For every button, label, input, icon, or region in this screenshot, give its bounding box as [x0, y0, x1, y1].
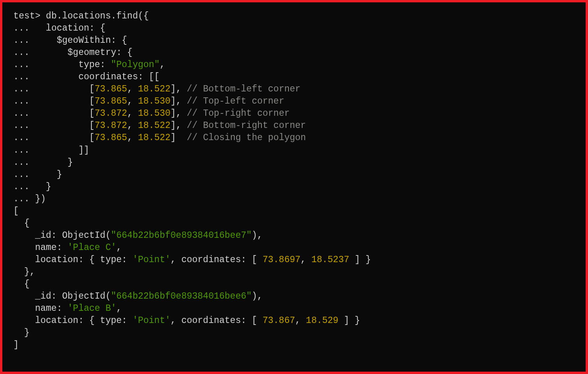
coord-indent: [ [29, 133, 95, 143]
continuation-dots: ... [13, 170, 29, 180]
latitude: 18.529 [306, 316, 338, 326]
terminal-output[interactable]: test> db.locations.find({ ... location: … [13, 10, 575, 351]
result-close: }, [13, 267, 35, 277]
string-literal: "Polygon" [111, 60, 159, 70]
number-literal: 18.522 [138, 120, 171, 131]
coord-indent: [ [29, 108, 95, 119]
place-name: 'Place B' [68, 303, 116, 314]
query-line: } [29, 157, 73, 168]
query-line: $geometry: { [29, 47, 132, 58]
result-open: { [13, 279, 29, 289]
id-label: _id: ObjectId( [13, 291, 111, 301]
result-open: { [13, 218, 29, 228]
number-literal: 73.872 [95, 108, 127, 119]
continuation-dots: ... [13, 96, 29, 106]
continuation-dots: ... [13, 133, 29, 143]
name-label: name: [13, 303, 68, 314]
continuation-dots: ... [13, 182, 29, 192]
query-line: location: { [29, 23, 105, 33]
continuation-dots: ... [13, 157, 29, 168]
shell-prompt: test> [13, 11, 40, 21]
continuation-dots: ... [13, 120, 29, 131]
query-line: }) [29, 194, 46, 204]
continuation-dots: ... [13, 84, 29, 94]
number-literal: 73.865 [95, 84, 127, 94]
result-close: } [13, 328, 29, 338]
name-label: name: [13, 243, 68, 253]
comment: // Bottom-left corner [187, 84, 301, 94]
output-bracket: ] [13, 340, 19, 350]
query-line: $geoWithin: { [29, 35, 127, 46]
continuation-dots: ... [13, 145, 29, 155]
object-id: "664b22b6bf0e89384016bee7" [111, 230, 252, 241]
longitude: 73.8697 [263, 255, 301, 265]
comment: // Top-left corner [187, 96, 284, 106]
object-id: "664b22b6bf0e89384016bee6" [111, 291, 252, 301]
number-literal: 18.530 [138, 108, 171, 119]
comment: // Top-right corner [187, 108, 290, 119]
longitude: 73.867 [263, 316, 295, 326]
number-literal: 18.522 [138, 133, 171, 143]
geo-type: 'Point' [133, 316, 171, 326]
query-line: ]] [29, 145, 89, 155]
number-literal: 73.872 [95, 120, 127, 131]
query-line: type: [29, 60, 111, 70]
continuation-dots: ... [13, 23, 29, 33]
coord-indent: [ [29, 96, 95, 106]
output-bracket: [ [13, 206, 19, 216]
comment: // Bottom-right corner [187, 120, 306, 131]
coord-indent: [ [29, 120, 95, 131]
continuation-dots: ... [13, 108, 29, 119]
location-label: location: { type: [13, 316, 133, 326]
comment: // Closing the polygon [187, 133, 306, 143]
continuation-dots: ... [13, 35, 29, 46]
query-line: } [29, 170, 62, 180]
number-literal: 18.522 [138, 84, 171, 94]
geo-type: 'Point' [133, 255, 171, 265]
number-literal: 73.865 [95, 96, 127, 106]
latitude: 18.5237 [311, 255, 349, 265]
id-label: _id: ObjectId( [13, 230, 111, 241]
query-line: db.locations.find({ [46, 11, 149, 21]
continuation-dots: ... [13, 60, 29, 70]
location-label: location: { type: [13, 255, 133, 265]
number-literal: 18.530 [138, 96, 171, 106]
query-line: coordinates: [[ [29, 72, 159, 82]
number-literal: 73.865 [95, 133, 127, 143]
place-name: 'Place C' [68, 243, 116, 253]
coord-indent: [ [29, 84, 95, 94]
continuation-dots: ... [13, 72, 29, 82]
continuation-dots: ... [13, 47, 29, 58]
continuation-dots: ... [13, 194, 29, 204]
query-line: } [29, 182, 51, 192]
